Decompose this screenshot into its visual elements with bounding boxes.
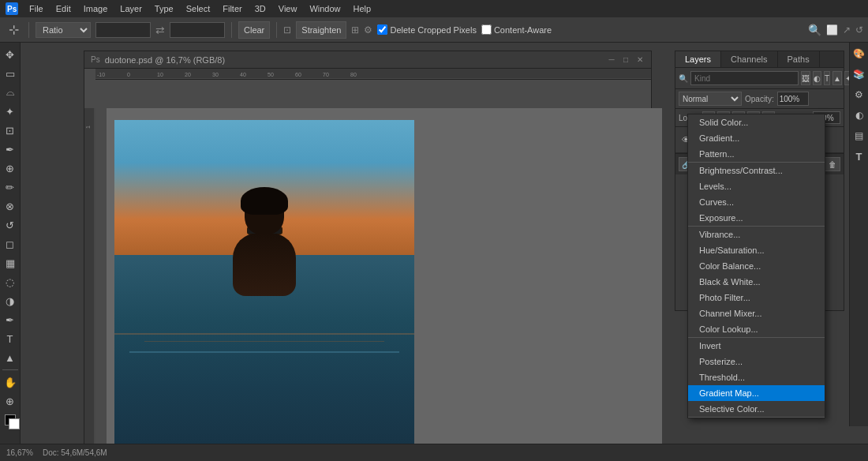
brush-tool[interactable]: ✏ xyxy=(2,178,19,196)
libraries-icon[interactable]: 📚 xyxy=(851,66,867,82)
marquee-tool[interactable]: ▭ xyxy=(2,65,19,82)
menu-layer[interactable]: Layer xyxy=(114,2,148,15)
dodge-tool[interactable]: ◑ xyxy=(2,292,19,309)
width-input[interactable] xyxy=(95,22,151,38)
overlay-icon: ⊡ xyxy=(283,24,291,36)
blur-tool[interactable]: ◌ xyxy=(2,273,19,290)
menu-3d[interactable]: 3D xyxy=(249,2,271,15)
menu-view[interactable]: View xyxy=(273,2,303,15)
clone-tool[interactable]: ⊗ xyxy=(2,197,19,215)
menu-edit[interactable]: Edit xyxy=(51,2,77,15)
gradient-tool[interactable]: ▦ xyxy=(2,254,19,272)
hand-tool[interactable]: ✋ xyxy=(2,373,19,391)
menu-gradient-map[interactable]: Gradient Map... xyxy=(688,385,825,401)
foreground-background-colors[interactable] xyxy=(5,414,16,425)
share-icon[interactable]: ↗ xyxy=(843,24,851,36)
pen-tool[interactable]: ✒ xyxy=(2,311,19,328)
blend-mode-dropdown[interactable]: Normal xyxy=(679,92,742,106)
filter-adjust-btn[interactable]: ◐ xyxy=(813,71,821,85)
filter-type-btn[interactable]: 🖼 xyxy=(801,71,810,85)
text-tool[interactable]: T xyxy=(2,330,19,347)
menu-brightness-contrast[interactable]: Brightness/Contrast... xyxy=(688,163,825,178)
shape-tool[interactable]: ▲ xyxy=(2,349,19,366)
menu-help[interactable]: Help xyxy=(348,2,377,15)
eraser-tool[interactable]: ◻ xyxy=(2,235,19,253)
menu-window[interactable]: Window xyxy=(304,2,346,15)
menu-gradient[interactable]: Gradient... xyxy=(688,130,825,146)
tab-paths[interactable]: Paths xyxy=(778,51,820,67)
height-input[interactable] xyxy=(170,22,225,38)
menu-channel-mixer[interactable]: Channel Mixer... xyxy=(688,305,825,321)
straighten-button[interactable]: Straighten xyxy=(296,21,346,39)
doc-title-bar: Ps duotone.psd @ 16,7% (RGB/8) ─ □ ✕ xyxy=(84,51,651,69)
delete-cropped-checkbox[interactable] xyxy=(377,24,387,35)
eyedropper-tool[interactable]: ✒ xyxy=(2,141,19,158)
menu-hue-saturation[interactable]: Hue/Saturation... xyxy=(688,242,825,258)
doc-close-button[interactable]: ✕ xyxy=(635,55,645,65)
filter-text-btn[interactable]: T xyxy=(824,71,830,85)
adjustments-icon[interactable]: ◐ xyxy=(851,107,867,123)
menu-filter[interactable]: Filter xyxy=(217,2,247,15)
content-aware-checkbox[interactable] xyxy=(481,24,492,35)
menu-black-white[interactable]: Black & White... xyxy=(688,274,825,290)
svg-text:80: 80 xyxy=(350,72,357,77)
clear-button[interactable]: Clear xyxy=(238,21,270,39)
delete-layer-btn[interactable]: 🗑 xyxy=(825,157,840,171)
healing-tool[interactable]: ⊕ xyxy=(2,159,19,177)
menu-file[interactable]: File xyxy=(24,2,49,15)
svg-text:Ps: Ps xyxy=(7,5,17,13)
toolbar-separator-2 xyxy=(231,22,232,38)
tab-channels[interactable]: Channels xyxy=(721,51,777,67)
type-icon[interactable]: T xyxy=(851,148,867,164)
menu-posterize[interactable]: Posterize... xyxy=(688,354,825,369)
delete-cropped-label[interactable]: Delete Cropped Pixels xyxy=(377,24,476,35)
layers-blend-row: Normal Opacity: xyxy=(675,89,844,109)
menu-levels[interactable]: Levels... xyxy=(688,178,825,194)
doc-minimize-button[interactable]: ─ xyxy=(607,55,616,65)
layers-tabs: Layers Channels Paths xyxy=(675,51,844,68)
tab-layers[interactable]: Layers xyxy=(675,51,721,67)
menu-type[interactable]: Type xyxy=(149,2,179,15)
move-tool-icon[interactable]: ⊹ xyxy=(5,21,22,39)
menu-color-balance[interactable]: Color Balance... xyxy=(688,258,825,274)
menu-color-lookup[interactable]: Color Lookup... xyxy=(688,321,825,337)
lasso-tool[interactable]: ⌓ xyxy=(2,84,19,101)
photo-image xyxy=(114,120,414,444)
menu-threshold[interactable]: Threshold... xyxy=(688,369,825,385)
color-picker-icon[interactable]: 🎨 xyxy=(851,46,867,62)
svg-text:30: 30 xyxy=(212,72,219,77)
crop-tool[interactable]: ⊡ xyxy=(2,122,19,139)
layers-search-input[interactable] xyxy=(690,71,799,85)
menu-vibrance[interactable]: Vibrance... xyxy=(688,227,825,242)
canvas-area: Ps duotone.psd @ 16,7% (RGB/8) ─ □ ✕ -10… xyxy=(21,43,868,444)
menu-invert[interactable]: Invert xyxy=(688,338,825,354)
svg-text:-10: -10 xyxy=(97,72,105,77)
history-tool[interactable]: ↺ xyxy=(2,216,19,234)
properties-icon[interactable]: ⚙ xyxy=(851,87,867,103)
swap-icon[interactable]: ⇄ xyxy=(155,24,165,36)
doc-ps-icon: Ps xyxy=(91,55,100,64)
ratio-dropdown[interactable]: Ratio xyxy=(36,22,91,38)
opacity-input[interactable] xyxy=(777,92,809,106)
app-logo: Ps xyxy=(5,2,19,16)
menu-selective-color[interactable]: Selective Color... xyxy=(688,401,825,417)
adjustment-dropdown-menu: Solid Color... Gradient... Pattern... Br… xyxy=(687,114,825,418)
doc-maximize-button[interactable]: □ xyxy=(621,55,630,65)
menu-image[interactable]: Image xyxy=(78,2,114,15)
menu-select[interactable]: Select xyxy=(181,2,216,15)
channels-icon[interactable]: ▤ xyxy=(851,128,867,144)
menu-exposure[interactable]: Exposure... xyxy=(688,210,825,226)
content-aware-label[interactable]: Content-Aware xyxy=(481,24,552,35)
menu-section-2: Brightness/Contrast... Levels... Curves.… xyxy=(688,163,825,227)
menu-curves[interactable]: Curves... xyxy=(688,194,825,210)
filter-shape-btn[interactable]: ▲ xyxy=(832,71,842,85)
magic-wand-tool[interactable]: ✦ xyxy=(2,103,19,120)
svg-text:50: 50 xyxy=(268,72,274,77)
move-tool[interactable]: ✥ xyxy=(2,46,19,63)
menu-pattern[interactable]: Pattern... xyxy=(688,146,825,162)
menu-photo-filter[interactable]: Photo Filter... xyxy=(688,290,825,305)
workspace-icon[interactable]: ⬜ xyxy=(826,24,838,36)
menu-solid-color[interactable]: Solid Color... xyxy=(688,114,825,130)
search-icon[interactable]: 🔍 xyxy=(808,24,821,36)
zoom-tool[interactable]: ⊕ xyxy=(2,392,19,410)
